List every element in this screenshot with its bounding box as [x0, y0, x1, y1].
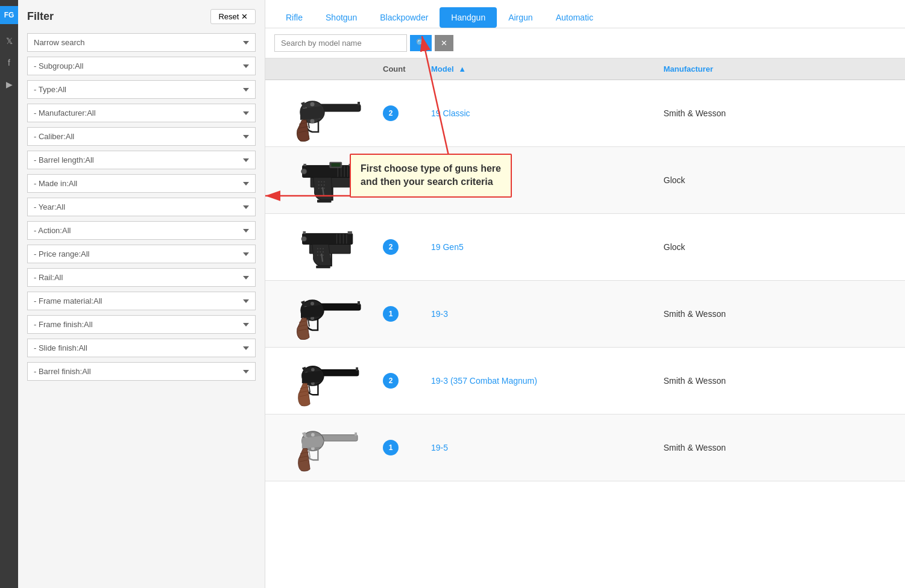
table-row: 2 19 Classic Smith & Wesson [265, 80, 905, 147]
svg-rect-34 [302, 233, 352, 244]
svg-point-44 [320, 248, 321, 249]
svg-rect-1 [358, 102, 360, 105]
model-name[interactable]: 19 Classic [431, 108, 664, 118]
svg-rect-13 [302, 165, 354, 177]
subgroup-dropdown[interactable]: - Subgroup:All [27, 57, 256, 75]
col-header-image [274, 64, 383, 74]
svg-point-25 [321, 181, 322, 182]
gun-svg-revolver4 [276, 419, 370, 477]
youtube-icon[interactable]: ▶ [6, 80, 13, 89]
gun-svg-pistol2 [276, 219, 370, 276]
gun-image [274, 284, 371, 344]
manufacturer-dropdown[interactable]: - Manufacturer:All [27, 104, 256, 122]
model-name[interactable]: 19-3 [431, 309, 664, 319]
facebook-icon[interactable]: f [8, 58, 10, 67]
tab-blackpowder[interactable]: Blackpowder [368, 7, 440, 28]
svg-point-30 [318, 187, 319, 189]
table-header: Count Model ▲ Manufacturer [265, 58, 905, 80]
frame-finish-dropdown[interactable]: - Frame finish:All [27, 315, 256, 334]
clear-search-button[interactable]: ✕ [435, 35, 453, 51]
annotation-text: First choose type of guns hereand then y… [361, 163, 501, 187]
frame-material-dropdown[interactable]: - Frame material:All [27, 292, 256, 310]
filter-title: Filter [27, 10, 54, 23]
svg-point-82 [311, 433, 315, 436]
col-header-model[interactable]: Model ▲ [431, 64, 664, 74]
year-dropdown[interactable]: - Year:All [27, 198, 256, 216]
table-area: Count Model ▲ Manufacturer [265, 58, 905, 588]
rail-dropdown[interactable]: - Rail:All [27, 268, 256, 287]
filter-header: Filter Reset ✕ [27, 9, 256, 24]
gun-svg-revolver2 [276, 286, 370, 343]
svg-rect-67 [356, 367, 358, 371]
svg-point-50 [320, 254, 321, 255]
action-dropdown[interactable]: - Action:All [27, 221, 256, 240]
price-range-dropdown[interactable]: - Price range:All [27, 245, 256, 263]
svg-point-51 [322, 254, 323, 255]
svg-rect-19 [303, 163, 306, 166]
svg-point-28 [321, 184, 322, 186]
svg-point-6 [310, 119, 314, 123]
gun-image [274, 83, 371, 143]
svg-point-45 [322, 248, 323, 249]
model-name[interactable]: 19-3 (357 Combat Magnum) [431, 376, 664, 386]
search-button[interactable]: 🔍 [410, 35, 432, 51]
count-badge: 1 [383, 440, 399, 455]
tab-shotgun[interactable]: Shotgun [314, 7, 368, 28]
model-name[interactable]: 19-5 [431, 443, 664, 452]
svg-point-46 [317, 251, 318, 252]
svg-point-3 [310, 102, 314, 106]
svg-point-32 [323, 187, 324, 189]
narrow-search-dropdown[interactable]: Narrow search [27, 33, 256, 52]
barrel-finish-dropdown[interactable]: - Barrel finish:All [27, 362, 256, 381]
barrel-length-dropdown[interactable]: - Barrel length:All [27, 151, 256, 169]
table-row: 2 19-3 (357 Combat Magnum) Smith & Wesso… [265, 348, 905, 414]
sort-arrow: ▲ [456, 64, 466, 74]
gun-svg-revolver1 [276, 85, 370, 142]
main-content: Rifle Shotgun Blackpowder Handgun Airgun… [265, 0, 905, 588]
tab-automatic[interactable]: Automatic [544, 7, 605, 28]
model-name[interactable]: 19 Gen5 [431, 242, 664, 252]
gun-svg-revolver3 [276, 352, 370, 410]
svg-rect-54 [358, 301, 360, 305]
svg-point-24 [318, 181, 319, 182]
manufacturer-name: Smith & Wesson [664, 108, 897, 118]
col-header-manufacturer: Manufacturer [664, 64, 897, 74]
svg-rect-40 [303, 231, 306, 234]
count-badge: 2 [383, 105, 399, 121]
tab-handgun[interactable]: Handgun [440, 7, 497, 28]
tab-rifle[interactable]: Rifle [274, 7, 314, 28]
col-header-count: Count [383, 64, 431, 74]
count-badge: 2 [383, 239, 399, 255]
svg-point-47 [320, 251, 321, 252]
svg-point-31 [321, 187, 322, 189]
svg-point-29 [323, 184, 324, 186]
search-input[interactable] [274, 34, 407, 52]
type-tabs: Rifle Shotgun Blackpowder Handgun Airgun… [265, 0, 905, 28]
svg-point-56 [311, 302, 314, 305]
svg-point-43 [317, 248, 318, 249]
svg-point-18 [301, 169, 306, 174]
tab-airgun[interactable]: Airgun [497, 7, 544, 28]
search-bar: 🔍 ✕ [265, 28, 905, 58]
table-row: 1 19-3 Smith & Wesson [265, 281, 905, 348]
twitter-icon[interactable]: 𝕏 [6, 36, 13, 46]
manufacturer-name: Smith & Wesson [664, 309, 897, 319]
manufacturer-name: Glock [664, 242, 897, 252]
made-in-dropdown[interactable]: - Made in:All [27, 174, 256, 193]
caliber-dropdown[interactable]: - Caliber:All [27, 127, 256, 146]
svg-rect-22 [331, 163, 339, 166]
type-dropdown[interactable]: - Type:All [27, 80, 256, 99]
table-row: 1 19-5 Smith & Wesson [265, 414, 905, 481]
reset-button[interactable]: Reset ✕ [210, 9, 256, 24]
svg-rect-41 [347, 231, 352, 234]
social-sidebar: FG 𝕏 f ▶ [0, 0, 18, 588]
gun-image [274, 351, 371, 411]
svg-point-69 [311, 367, 315, 371]
manufacturer-name: Smith & Wesson [664, 376, 897, 386]
manufacturer-name: Glock [664, 175, 897, 185]
table-row: 2 19 Gen5 Glock [265, 214, 905, 281]
slide-finish-dropdown[interactable]: - Slide finish:All [27, 339, 256, 357]
count-badge: 1 [383, 306, 399, 322]
filter-sidebar: Filter Reset ✕ Narrow search - Subgroup:… [18, 0, 265, 588]
svg-rect-33 [317, 199, 332, 202]
